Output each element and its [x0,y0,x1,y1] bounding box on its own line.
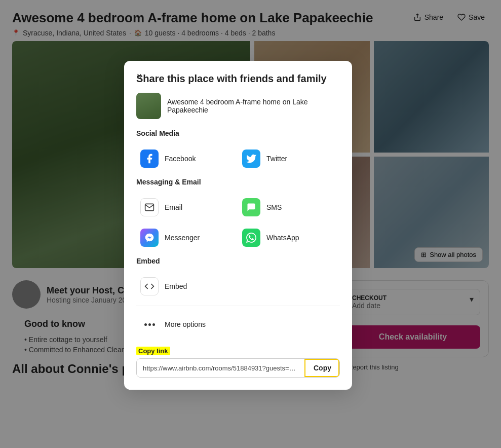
more-options-item[interactable]: More options [136,310,340,339]
more-options-label: More options [165,320,206,328]
copy-link-url-input[interactable] [137,359,304,377]
social-share-grid: Facebook Twitter [136,143,340,174]
modal-close-button[interactable]: × [131,68,147,84]
facebook-icon [140,150,159,168]
messaging-share-grid: Email SMS Messenger WhatsApp [136,192,340,253]
messenger-share-item[interactable]: Messenger [136,222,238,253]
sms-icon [242,198,260,216]
whatsapp-label: WhatsApp [266,234,299,242]
sms-share-item[interactable]: SMS [238,192,340,222]
embed-icon [140,277,159,295]
copy-button[interactable]: Copy [304,359,339,377]
copy-link-section: Copy link Copy [136,347,340,378]
embed-label: Embed [165,282,187,290]
messenger-label: Messenger [165,234,200,242]
messenger-icon [140,229,159,247]
listing-thumbnail [136,93,161,119]
copy-link-highlight-text: Copy link [136,347,170,355]
whatsapp-share-item[interactable]: WhatsApp [238,222,340,253]
twitter-icon [242,150,260,168]
messaging-section-label: Messaging & Email [136,178,340,186]
copy-link-label: Copy link [136,347,340,355]
twitter-share-item[interactable]: Twitter [238,143,340,174]
share-modal: × Share this place with friends and fami… [124,61,352,390]
divider [136,306,340,306]
more-options-icon [140,315,159,333]
twitter-label: Twitter [266,155,287,163]
modal-title: Share this place with friends and family [136,73,340,85]
embed-share-item[interactable]: Embed [136,271,238,302]
listing-preview-title: Awesome 4 bedroom A-frame home on Lake P… [167,98,340,114]
embed-section-label: Embed [136,257,340,265]
sms-label: SMS [266,203,282,211]
email-share-item[interactable]: Email [136,192,238,222]
facebook-label: Facebook [165,155,196,163]
copy-link-row: Copy [136,358,340,378]
listing-preview: Awesome 4 bedroom A-frame home on Lake P… [136,93,340,119]
whatsapp-icon [242,229,260,247]
page-wrapper: Awesome 4 bedroom A-frame home on Lake P… [0,0,501,448]
email-icon [140,198,159,216]
facebook-share-item[interactable]: Facebook [136,143,238,174]
social-section-label: Social Media [136,129,340,137]
email-label: Email [165,203,182,211]
